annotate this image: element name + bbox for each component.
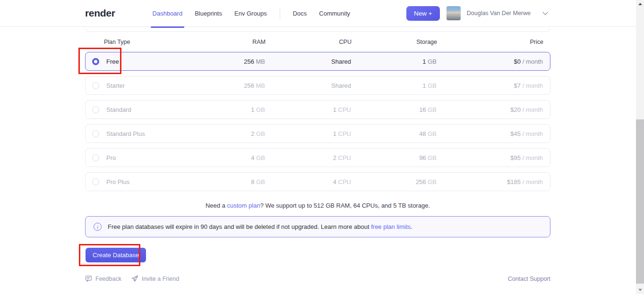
vertical-scrollbar[interactable] xyxy=(636,0,644,294)
feedback-button[interactable]: Feedback xyxy=(85,275,121,282)
scroll-thumb[interactable] xyxy=(636,119,644,284)
page-footer: Feedback Invite a Friend Contact Support xyxy=(85,275,550,282)
plan-price-cell: $185 / month xyxy=(437,178,543,185)
plan-name-label: Standard xyxy=(106,106,131,113)
plan-radio[interactable] xyxy=(92,154,99,161)
plan-storage-cell: 1 GB xyxy=(351,82,437,89)
plan-storage-cell: 256 GB xyxy=(351,178,437,185)
plan-cpu-cell: 4 CPU xyxy=(265,178,351,185)
free-plan-banner: i Free plan databases will expire in 90 … xyxy=(85,216,550,237)
custom-plan-note: Need a custom plan? We support up to 512… xyxy=(85,202,550,209)
plan-cpu-cell: 1 CPU xyxy=(265,130,351,137)
plan-radio[interactable] xyxy=(92,130,99,137)
plan-storage-cell: 96 GB xyxy=(351,154,437,161)
plan-row[interactable]: Standard Plus 2 GB 1 CPU 48 GB $45 / mon… xyxy=(85,124,550,143)
plan-row[interactable]: Standard 1 GB 1 CPU 16 GB $20 / month xyxy=(85,100,550,119)
plan-ram-cell: 256 MB xyxy=(189,82,265,89)
scroll-up-arrow[interactable] xyxy=(636,0,644,8)
plan-ram-cell: 256 MB xyxy=(189,58,265,65)
header-ram: RAM xyxy=(190,39,266,45)
custom-plan-suffix: ? We support up to 512 GB RAM, 64 CPUs, … xyxy=(260,202,430,209)
header-cpu: CPU xyxy=(266,39,352,45)
custom-plan-link[interactable]: custom plan xyxy=(227,202,260,209)
nav-item-blueprints[interactable]: Blueprints xyxy=(189,0,228,27)
plan-ram-cell: 8 GB xyxy=(189,178,265,185)
custom-plan-prefix: Need a xyxy=(206,202,227,209)
plan-type-cell: Free xyxy=(92,58,189,65)
invite-friend-label: Invite a Friend xyxy=(142,276,179,282)
plan-storage-cell: 16 GB xyxy=(351,106,437,113)
plan-storage-cell: 48 GB xyxy=(351,130,437,137)
nav-item-docs[interactable]: Docs xyxy=(287,0,313,27)
main-content: Plan Type RAM CPU Storage Price Free 256… xyxy=(85,28,550,282)
plan-cpu-cell: Shared xyxy=(265,58,351,65)
plan-type-cell: Standard Plus xyxy=(92,130,189,137)
plan-radio[interactable] xyxy=(92,82,99,89)
plan-type-cell: Pro Plus xyxy=(92,178,189,185)
plan-table-header: Plan Type RAM CPU Storage Price xyxy=(85,32,550,52)
feedback-label: Feedback xyxy=(95,276,121,282)
nav-item-env-groups[interactable]: Env Groups xyxy=(228,0,273,27)
header-price: Price xyxy=(437,39,543,45)
plan-radio[interactable] xyxy=(92,106,99,113)
create-database-button[interactable]: Create Database xyxy=(86,248,146,262)
invite-friend-button[interactable]: Invite a Friend xyxy=(131,275,179,282)
plan-row[interactable]: Pro 4 GB 2 CPU 96 GB $95 / month xyxy=(85,148,550,167)
user-name[interactable]: Douglas Van Der Merwe xyxy=(467,10,531,17)
info-icon: i xyxy=(94,223,102,231)
plan-ram-cell: 2 GB xyxy=(189,130,265,137)
banner-text: Free plan databases will expire in 90 da… xyxy=(108,223,412,230)
plan-row[interactable]: Pro Plus 8 GB 4 CPU 256 GB $185 / month xyxy=(85,172,550,191)
nav-right: New + Douglas Van Der Merwe xyxy=(406,6,644,21)
plan-type-cell: Pro xyxy=(92,154,189,161)
plan-name-label: Free xyxy=(106,58,119,65)
chevron-down-icon[interactable] xyxy=(542,9,548,15)
plan-price-cell: $0 / month xyxy=(437,58,543,65)
render-logo[interactable]: render xyxy=(85,8,115,19)
nav-item-dashboard[interactable]: Dashboard xyxy=(146,0,189,27)
plan-name-label: Standard Plus xyxy=(106,130,145,137)
header-storage: Storage xyxy=(352,39,437,45)
plan-radio[interactable] xyxy=(92,178,99,185)
plan-price-cell: $45 / month xyxy=(437,130,543,137)
plan-name-label: Pro xyxy=(106,154,116,161)
header-plan-type: Plan Type xyxy=(92,39,190,45)
nav-links: Dashboard Blueprints Env Groups Docs Com… xyxy=(146,0,356,27)
plan-row[interactable]: Free 256 MB Shared 1 GB $0 / month xyxy=(85,52,550,71)
plan-type-cell: Starter xyxy=(92,82,189,89)
nav-item-community[interactable]: Community xyxy=(313,0,356,27)
feedback-bubble-icon xyxy=(85,275,92,282)
plan-ram-cell: 4 GB xyxy=(189,154,265,161)
user-avatar[interactable] xyxy=(447,6,461,20)
plan-row[interactable]: Starter 256 MB Shared 1 GB $7 / month xyxy=(85,76,550,95)
plan-rows: Free 256 MB Shared 1 GB $0 / month Start… xyxy=(85,52,550,191)
paper-plane-icon xyxy=(131,275,138,282)
plan-ram-cell: 1 GB xyxy=(189,106,265,113)
plan-radio[interactable] xyxy=(92,58,99,65)
plan-type-cell: Standard xyxy=(92,106,189,113)
scroll-down-arrow[interactable] xyxy=(636,286,644,294)
new-button[interactable]: New + xyxy=(406,6,440,21)
plan-price-cell: $95 / month xyxy=(437,154,543,161)
plan-cpu-cell: 1 CPU xyxy=(265,106,351,113)
plan-cpu-cell: Shared xyxy=(265,82,351,89)
plan-storage-cell: 1 GB xyxy=(351,58,437,65)
plan-price-cell: $20 / month xyxy=(437,106,543,113)
nav-divider xyxy=(280,7,280,19)
plan-name-label: Pro Plus xyxy=(106,178,129,185)
plan-cpu-cell: 2 CPU xyxy=(265,154,351,161)
plan-price-cell: $7 / month xyxy=(437,82,543,89)
free-plan-limits-link[interactable]: free plan limits xyxy=(371,223,411,230)
contact-support-link[interactable]: Contact Support xyxy=(508,276,550,282)
top-nav: render Dashboard Blueprints Env Groups D… xyxy=(0,0,644,27)
plan-name-label: Starter xyxy=(106,82,125,89)
previous-card-bottom-edge xyxy=(85,28,550,32)
